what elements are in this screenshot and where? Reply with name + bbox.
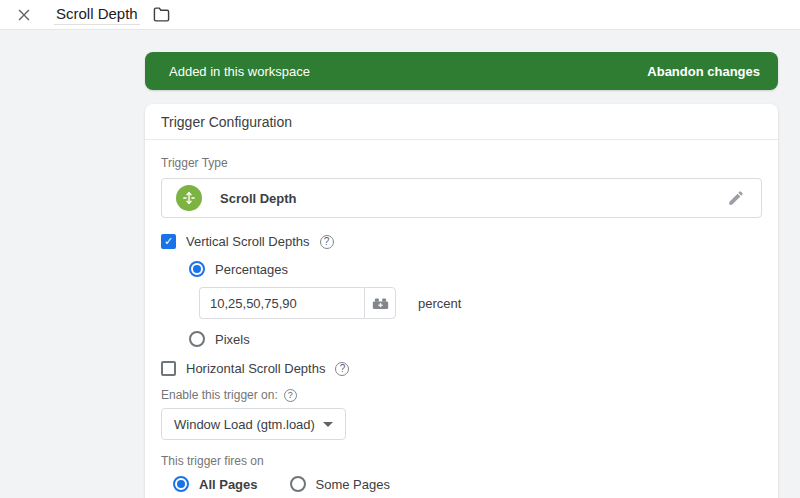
abandon-changes-button[interactable]: Abandon changes: [647, 64, 760, 79]
all-pages-label: All Pages: [199, 477, 258, 492]
scroll-depth-icon: [176, 185, 202, 211]
card-body: Trigger Type Scroll Depth ✓: [145, 140, 778, 498]
trigger-type-name: Scroll Depth: [220, 191, 297, 206]
workspace-banner: Added in this workspace Abandon changes: [145, 52, 778, 90]
fires-on-label: This trigger fires on: [161, 454, 762, 468]
main-column: Added in this workspace Abandon changes …: [145, 52, 778, 498]
variable-picker-brick-icon[interactable]: [364, 287, 396, 319]
horizontal-scroll-depths-label: Horizontal Scroll Depths: [186, 361, 325, 376]
some-pages-option: Some Pages: [290, 476, 390, 492]
horizontal-scroll-depths-row: Horizontal Scroll Depths ?: [161, 361, 762, 376]
horizontal-scroll-depths-checkbox[interactable]: [161, 361, 176, 376]
chevron-down-icon: [323, 422, 333, 427]
page-title[interactable]: Scroll Depth: [54, 5, 140, 25]
percent-unit-label: percent: [418, 296, 461, 311]
enable-trigger-label: Enable this trigger on:: [161, 388, 278, 402]
vertical-scroll-depths-label: Vertical Scroll Depths: [186, 234, 310, 249]
help-question-icon[interactable]: ?: [284, 389, 297, 402]
some-pages-radio[interactable]: [290, 476, 306, 492]
percentages-input-row: percent: [199, 287, 762, 319]
all-pages-radio[interactable]: [173, 476, 189, 492]
percentages-row: Percentages: [189, 261, 762, 277]
pixels-label: Pixels: [215, 332, 250, 347]
enable-trigger-label-row: Enable this trigger on: ?: [161, 388, 762, 402]
trigger-configuration-card: Trigger Configuration Trigger Type Scrol…: [145, 104, 778, 498]
percentages-radio[interactable]: [189, 261, 205, 277]
vertical-scroll-depths-checkbox[interactable]: ✓: [161, 234, 176, 249]
all-pages-option: All Pages: [173, 476, 258, 492]
help-question-icon[interactable]: ?: [320, 235, 334, 249]
trigger-type-box[interactable]: Scroll Depth: [161, 178, 762, 218]
close-icon[interactable]: [14, 5, 34, 25]
pencil-icon[interactable]: [725, 187, 747, 209]
percentages-label: Percentages: [215, 262, 288, 277]
enable-trigger-dropdown-value: Window Load (gtm.load): [174, 417, 315, 432]
trigger-type-label: Trigger Type: [161, 156, 762, 170]
pixels-row: Pixels: [189, 331, 762, 347]
help-question-icon[interactable]: ?: [335, 362, 349, 376]
banner-message: Added in this workspace: [169, 64, 310, 79]
card-header-title: Trigger Configuration: [145, 104, 778, 140]
some-pages-label: Some Pages: [316, 477, 390, 492]
percentages-input-group: [199, 287, 396, 319]
folder-icon[interactable]: [152, 5, 172, 25]
vertical-scroll-depths-row: ✓ Vertical Scroll Depths ?: [161, 234, 762, 249]
fires-on-radio-group: All Pages Some Pages: [173, 476, 762, 492]
pixels-radio[interactable]: [189, 331, 205, 347]
enable-trigger-dropdown[interactable]: Window Load (gtm.load): [161, 408, 346, 440]
percentages-input[interactable]: [199, 287, 364, 319]
top-bar: Scroll Depth: [0, 0, 800, 30]
